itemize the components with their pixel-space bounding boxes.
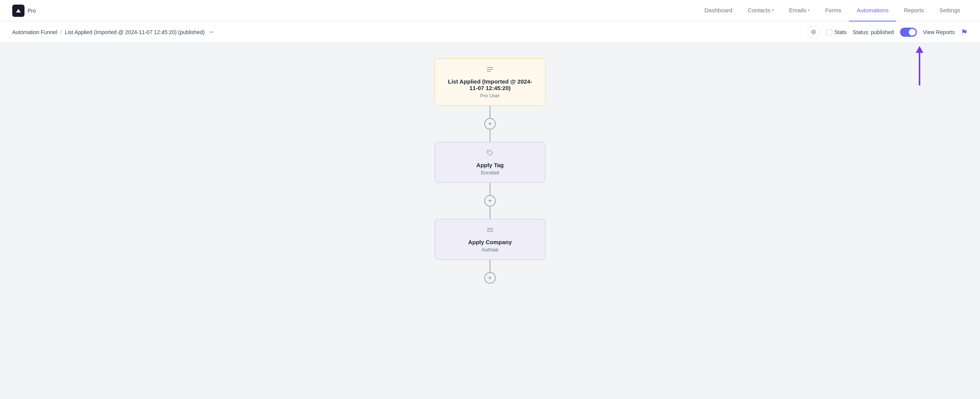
publish-toggle[interactable]	[900, 28, 917, 37]
app-logo[interactable]: Pro	[12, 5, 36, 17]
apply-company-node: Apply Company Authlab	[434, 219, 546, 260]
add-step-button-3[interactable]: +	[484, 272, 496, 284]
subheader: Automation Funnel / List Applied (Import…	[0, 21, 980, 43]
breadcrumb-current: List Applied (Imported @ 2024-11-07 12:4…	[65, 29, 204, 35]
chevron-down-icon: ▾	[808, 8, 810, 12]
stats-toggle[interactable]: Stats	[826, 29, 847, 35]
breadcrumb-separator: /	[60, 29, 62, 35]
apply-company-title: Apply Company	[468, 239, 512, 245]
tag-icon	[486, 149, 494, 159]
stats-label: Stats	[835, 29, 847, 35]
connector-3	[490, 183, 490, 195]
flag-icon[interactable]: ⚑	[961, 28, 968, 37]
navbar: Pro Dashboard Contacts ▾ Emails ▾ Forms …	[0, 0, 980, 21]
connector-2	[490, 130, 490, 142]
nav-links: Dashboard Contacts ▾ Emails ▾ Forms Auto…	[697, 0, 968, 21]
apply-company-subtitle: Authlab	[482, 247, 498, 253]
apply-company-card[interactable]: Apply Company Authlab	[434, 219, 546, 260]
subheader-actions: ⚙ Stats Status: published View Reports ⚑	[807, 26, 968, 39]
company-icon	[486, 226, 494, 236]
svg-rect-2	[487, 71, 491, 72]
arrow-head-up	[916, 46, 923, 53]
settings-button[interactable]: ⚙	[807, 26, 820, 39]
nav-reports[interactable]: Reports	[896, 0, 932, 21]
breadcrumb: Automation Funnel / List Applied (Import…	[12, 29, 214, 35]
trigger-card[interactable]: List Applied (Imported @ 2024-11-07 12:4…	[434, 58, 546, 106]
edit-icon[interactable]: ✏	[209, 29, 214, 35]
purple-arrow	[916, 46, 923, 85]
connector-4	[490, 207, 490, 219]
svg-rect-1	[487, 69, 493, 70]
svg-rect-5	[487, 230, 493, 230]
view-reports-button[interactable]: View Reports	[923, 29, 955, 35]
nav-automations[interactable]: Automations	[849, 0, 896, 21]
apply-tag-node: Apply Tag Enrolled	[434, 142, 546, 183]
add-step-button-1[interactable]: +	[484, 118, 496, 130]
svg-rect-0	[487, 67, 493, 68]
add-step-button-2[interactable]: +	[484, 195, 496, 207]
apply-tag-title: Apply Tag	[476, 162, 503, 168]
flow-container: List Applied (Imported @ 2024-11-07 12:4…	[434, 58, 546, 284]
list-icon	[486, 66, 494, 75]
logo-text: Pro	[28, 8, 36, 14]
nav-settings[interactable]: Settings	[932, 0, 968, 21]
breadcrumb-root[interactable]: Automation Funnel	[12, 29, 57, 35]
nav-forms[interactable]: Forms	[817, 0, 849, 21]
arrow-shaft	[919, 53, 920, 85]
svg-rect-6	[487, 231, 493, 232]
trigger-node: List Applied (Imported @ 2024-11-07 12:4…	[434, 58, 546, 106]
automation-canvas: List Applied (Imported @ 2024-11-07 12:4…	[0, 43, 980, 399]
apply-tag-card[interactable]: Apply Tag Enrolled	[434, 142, 546, 183]
connector-5	[490, 260, 490, 272]
chevron-down-icon: ▾	[772, 8, 774, 12]
logo-icon	[12, 5, 24, 17]
nav-dashboard[interactable]: Dashboard	[697, 0, 740, 21]
svg-rect-4	[487, 228, 493, 229]
nav-contacts[interactable]: Contacts ▾	[740, 0, 781, 21]
nav-emails[interactable]: Emails ▾	[781, 0, 817, 21]
trigger-title: List Applied (Imported @ 2024-11-07 12:4…	[444, 78, 536, 91]
stats-checkbox[interactable]	[826, 29, 832, 35]
svg-point-3	[488, 151, 489, 152]
status-label: Status: published	[853, 29, 894, 35]
apply-tag-subtitle: Enrolled	[481, 170, 499, 176]
connector-1	[490, 106, 490, 118]
trigger-subtitle: Pro User	[480, 93, 500, 99]
